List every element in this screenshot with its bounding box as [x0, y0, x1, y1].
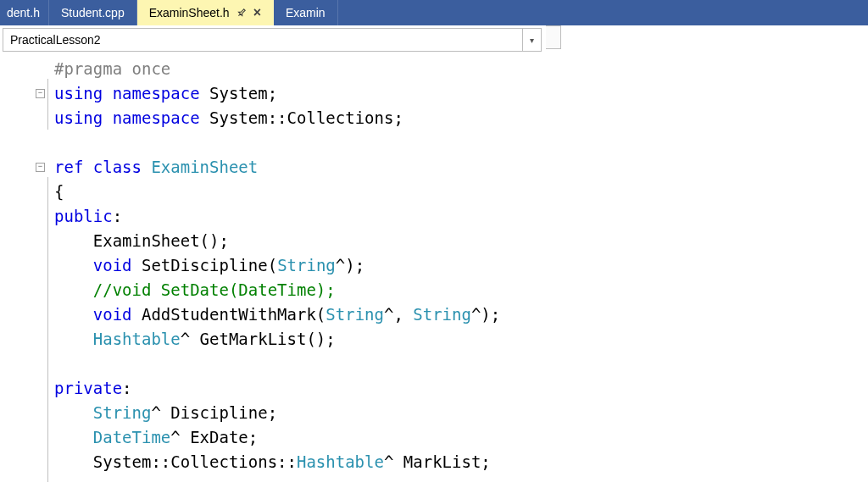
member-dropdown-stub[interactable] — [546, 25, 561, 49]
code-token: namespace — [113, 108, 200, 127]
code-token: //void SetDate(DateTime); — [54, 280, 336, 299]
code-token: System::Collections; — [200, 108, 403, 127]
code-token: void — [93, 305, 132, 324]
code-token: ^); — [471, 305, 500, 324]
fold-toggle-icon[interactable]: − — [36, 163, 45, 172]
code-token: namespace — [113, 84, 200, 103]
code-token: ExaminSheet — [142, 158, 258, 176]
tab-label: dent.h — [7, 6, 40, 19]
code-token: ^ ExDate; — [170, 428, 258, 446]
tab-examinsheet-h[interactable]: ExaminSheet.h × — [137, 0, 274, 25]
code-token: Hashtable — [297, 452, 384, 471]
scope-label: PracticalLesson2 — [3, 33, 522, 47]
tab-examin-partial[interactable]: Examin — [274, 0, 338, 25]
tab-bar: dent.h Student.cpp ExaminSheet.h × Exami… — [0, 0, 868, 25]
fold-toggle-icon[interactable]: − — [36, 89, 45, 98]
code-token: { — [54, 182, 64, 201]
code-token: void — [93, 256, 132, 274]
tab-label: Student.cpp — [61, 6, 125, 19]
code-token: ^ Discipline; — [151, 403, 277, 422]
scope-dropdown[interactable]: PracticalLesson2 ▾ — [3, 28, 542, 52]
code-token: String — [413, 305, 471, 324]
code-token: ^ GetMarkList(); — [181, 330, 336, 348]
code-token: using — [54, 108, 103, 127]
code-editor[interactable]: − − #pragma once using namespace System;… — [0, 52, 868, 474]
code-token: #pragma once — [54, 59, 170, 78]
code-token: ^, — [384, 305, 413, 324]
code-token: ^); — [336, 256, 364, 274]
code-token: String — [93, 403, 152, 422]
tab-student-h[interactable]: dent.h — [0, 0, 49, 25]
tab-student-cpp[interactable]: Student.cpp — [49, 0, 137, 25]
pin-icon[interactable] — [234, 6, 248, 20]
code-token: using — [54, 84, 103, 103]
tab-label: Examin — [286, 6, 326, 19]
code-token: private — [54, 379, 122, 397]
code-token: SetDiscipline( — [132, 256, 278, 274]
outline-guide — [47, 177, 48, 482]
code-token: ^ MarkList; — [384, 452, 491, 471]
code-token: DateTime — [93, 428, 171, 446]
code-token: : — [113, 207, 122, 225]
code-token: public — [54, 207, 113, 225]
code-token: Hashtable — [93, 330, 181, 348]
code-body[interactable]: #pragma once using namespace System; usi… — [54, 57, 868, 474]
code-token: class — [93, 158, 142, 176]
code-token: ref — [54, 158, 83, 176]
outline-guide — [47, 79, 48, 130]
code-token: AddStudentWithMark( — [132, 305, 326, 324]
code-token: String — [326, 305, 384, 324]
code-token: : — [122, 379, 131, 397]
tab-label: ExaminSheet.h — [149, 6, 230, 19]
code-token: System::Collections:: — [54, 452, 297, 471]
code-token: System; — [200, 84, 278, 103]
chevron-down-icon[interactable]: ▾ — [522, 29, 541, 51]
code-token: ExaminSheet(); — [54, 231, 229, 250]
code-token: String — [277, 256, 336, 274]
close-icon[interactable]: × — [253, 5, 261, 20]
